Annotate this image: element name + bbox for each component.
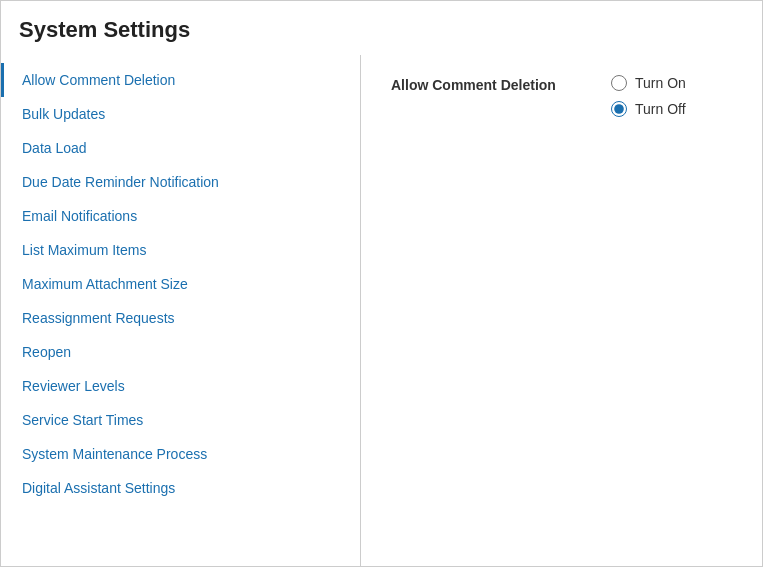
sidebar-item-service-start-times[interactable]: Service Start Times bbox=[1, 403, 360, 437]
radio-option-turn-on[interactable]: Turn On bbox=[611, 75, 686, 91]
setting-row: Allow Comment Deletion Turn On Turn Off bbox=[391, 75, 732, 117]
sidebar-item-allow-comment-deletion[interactable]: Allow Comment Deletion bbox=[1, 63, 360, 97]
radio-turn-on[interactable] bbox=[611, 75, 627, 91]
sidebar-item-maximum-attachment-size[interactable]: Maximum Attachment Size bbox=[1, 267, 360, 301]
sidebar-item-bulk-updates[interactable]: Bulk Updates bbox=[1, 97, 360, 131]
sidebar-item-data-load[interactable]: Data Load bbox=[1, 131, 360, 165]
main-content: Allow Comment DeletionBulk UpdatesData L… bbox=[1, 55, 762, 566]
radio-option-turn-off[interactable]: Turn Off bbox=[611, 101, 686, 117]
sidebar-item-list-maximum-items[interactable]: List Maximum Items bbox=[1, 233, 360, 267]
radio-turn-off[interactable] bbox=[611, 101, 627, 117]
sidebar-item-digital-assistant-settings[interactable]: Digital Assistant Settings bbox=[1, 471, 360, 505]
sidebar-item-reviewer-levels[interactable]: Reviewer Levels bbox=[1, 369, 360, 403]
sidebar-item-reopen[interactable]: Reopen bbox=[1, 335, 360, 369]
radio-turn-off-label[interactable]: Turn Off bbox=[635, 101, 686, 117]
sidebar-item-reassignment-requests[interactable]: Reassignment Requests bbox=[1, 301, 360, 335]
sidebar-item-email-notifications[interactable]: Email Notifications bbox=[1, 199, 360, 233]
sidebar: Allow Comment DeletionBulk UpdatesData L… bbox=[1, 55, 361, 566]
detail-setting-label: Allow Comment Deletion bbox=[391, 75, 591, 93]
sidebar-item-due-date-reminder-notification[interactable]: Due Date Reminder Notification bbox=[1, 165, 360, 199]
sidebar-item-system-maintenance-process[interactable]: System Maintenance Process bbox=[1, 437, 360, 471]
page-title: System Settings bbox=[1, 1, 762, 55]
radio-group: Turn On Turn Off bbox=[611, 75, 686, 117]
radio-turn-on-label[interactable]: Turn On bbox=[635, 75, 686, 91]
detail-panel: Allow Comment Deletion Turn On Turn Off bbox=[361, 55, 762, 566]
page-container: System Settings Allow Comment DeletionBu… bbox=[0, 0, 763, 567]
